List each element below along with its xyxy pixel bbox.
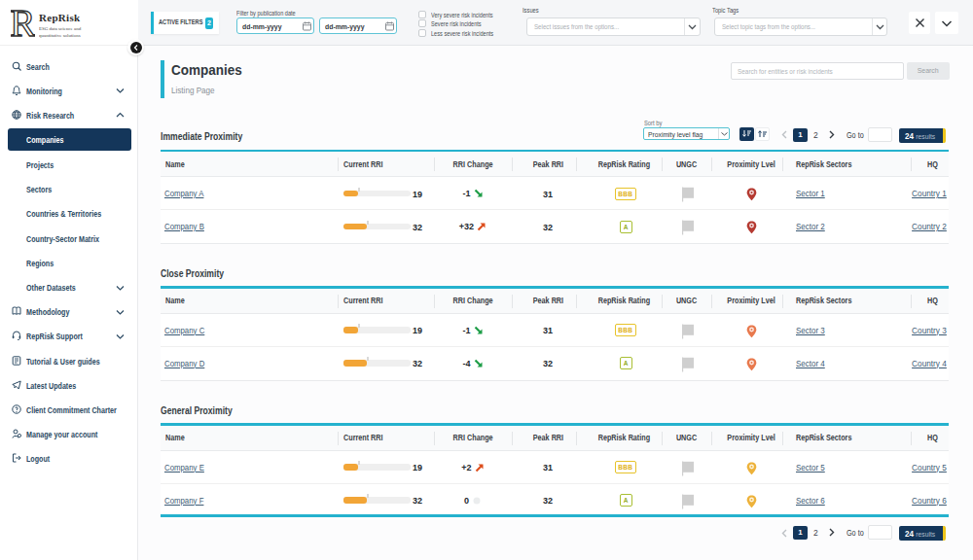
svg-text:R: R xyxy=(11,8,35,38)
